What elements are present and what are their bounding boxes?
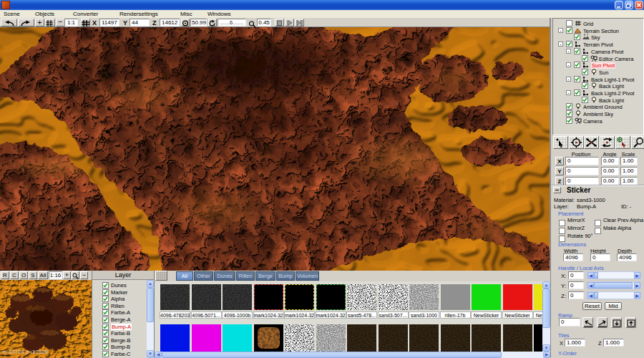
svg-text:x=10724 z=12528: x=10724 z=12528: [2, 349, 49, 355]
